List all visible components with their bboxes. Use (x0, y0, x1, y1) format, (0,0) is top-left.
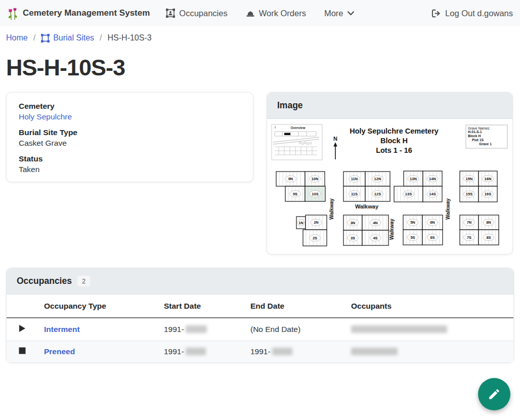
nav-item-work-orders[interactable]: Work Orders (246, 9, 306, 18)
svg-text:15S: 15S (466, 192, 472, 196)
content-row: Cemetery Holy Sepulchre Burial Site Type… (0, 92, 520, 255)
hard-hat-icon (246, 9, 255, 17)
svg-text:Grave 1: Grave 1 (479, 142, 492, 146)
svg-text:16S: 16S (485, 192, 491, 196)
map-lot-14S: 14S (423, 186, 442, 202)
svg-text:1N: 1N (298, 221, 304, 225)
svg-text:7N: 7N (467, 220, 472, 225)
svg-text:13S: 13S (405, 192, 412, 196)
map-north-arrow: N (333, 136, 337, 159)
nav-item-label: Occupancies (179, 9, 227, 18)
edit-fab-button[interactable] (478, 378, 510, 410)
occupancy-row: Preneed1991-1991- (7, 341, 513, 363)
logout-button[interactable]: Log Out d.gowans (431, 9, 513, 18)
occupancy-type-link[interactable]: Interment (44, 325, 80, 333)
svg-text:5N: 5N (410, 220, 415, 225)
svg-text:14N: 14N (429, 177, 436, 181)
svg-text:H-01-S-1: H-01-S-1 (468, 130, 482, 134)
svg-text:2N: 2N (314, 220, 319, 225)
map-lot-8N: 8N (479, 215, 499, 230)
end-date-cell: (No End Date) (244, 318, 345, 341)
field-cemetery: Cemetery Holy Sepulchre (19, 102, 241, 121)
occupants-cell (345, 318, 513, 341)
map-lot-7S: 7S (460, 230, 479, 245)
page-title: HS-H-10S-3 (6, 55, 514, 81)
field-status: Status Taken (19, 154, 241, 174)
navbar: Cemetery Management System Occupancies W… (0, 0, 520, 26)
cemetery-block-map: OverviewNHoly Sepulchre CemeteryBlock HL… (269, 121, 511, 252)
svg-text:7S: 7S (467, 235, 471, 240)
svg-text:Block H: Block H (468, 134, 481, 138)
breadcrumb-burial-sites-link[interactable]: Burial Sites (41, 33, 94, 43)
svg-text:12S: 12S (374, 192, 381, 196)
svg-text:13N: 13N (410, 177, 417, 181)
map-title-line: Block H (380, 137, 408, 145)
occupancy-type-link[interactable]: Preneed (44, 347, 75, 356)
map-lot-12N: 12N (365, 172, 390, 186)
svg-text:11S: 11S (351, 192, 358, 196)
breadcrumb-home-link[interactable]: Home (6, 33, 28, 43)
map-lot-13S: 13S (394, 186, 423, 202)
redacted-text (272, 348, 292, 355)
stop-icon (7, 341, 38, 363)
breadcrumb-separator: / (33, 33, 35, 43)
breadcrumb-burial-sites-label: Burial Sites (53, 33, 94, 43)
map-title-line: Holy Sepulchre Cemetery (350, 127, 439, 135)
field-label: Status (19, 154, 241, 163)
field-label: Burial Site Type (19, 128, 241, 137)
redacted-text (186, 348, 206, 355)
app-brand[interactable]: Cemetery Management System (7, 7, 150, 20)
tulip-logo-icon (7, 7, 18, 20)
column-header-icon (7, 295, 38, 318)
breadcrumb: Home / Burial Sites / HS-H-10S-3 (0, 26, 520, 47)
nav-item-more[interactable]: More (324, 9, 354, 18)
image-card-body: OverviewNHoly Sepulchre CemeteryBlock HL… (267, 119, 512, 254)
map-lot-16N: 16N (479, 171, 497, 186)
logout-icon (431, 9, 441, 18)
breadcrumb-separator: / (100, 33, 102, 43)
svg-text:Overview: Overview (291, 126, 306, 130)
pencil-icon (488, 388, 501, 401)
svg-text:8S: 8S (486, 235, 491, 240)
map-lot-4N: 4N (362, 215, 388, 230)
table-header-row: Occupancy Type Start Date End Date Occup… (7, 295, 513, 318)
map-lot-9N: 9N (276, 172, 305, 186)
svg-text:Grave Names:: Grave Names: (468, 127, 490, 130)
map-lot-14N: 14N (423, 171, 442, 186)
svg-text:12N: 12N (374, 177, 381, 181)
svg-text:8N: 8N (486, 220, 491, 225)
map-lot-10N: 10N (305, 172, 325, 186)
map-lot-9S: 9S (285, 186, 305, 201)
map-lot-7N: 7N (460, 215, 479, 230)
nav-item-occupancies[interactable]: Occupancies (166, 9, 227, 18)
svg-text:4S: 4S (373, 236, 377, 240)
column-header-occupants: Occupants (345, 295, 513, 318)
map-lot-3N: 3N (343, 215, 362, 230)
occupancy-row: Interment1991-(No End Date) (7, 318, 513, 341)
field-burial-site-type: Burial Site Type Casket Grave (19, 128, 241, 148)
occupants-cell (345, 341, 513, 363)
map-lot-2S: 2S (303, 230, 327, 246)
occupancies-icon (166, 9, 175, 18)
svg-text:N: N (333, 136, 337, 142)
map-lot-3S: 3S (343, 230, 362, 245)
chevron-down-icon (348, 11, 354, 16)
occupancy-type-cell: Preneed (38, 341, 158, 363)
map-lot-6S: 6S (422, 230, 443, 245)
map-title-line: Lots 1 - 16 (376, 146, 412, 154)
map-lot-2N: 2N (306, 215, 327, 230)
map-lot-5N: 5N (403, 215, 422, 230)
svg-text:16N: 16N (485, 177, 492, 181)
burial-sites-icon (41, 34, 50, 43)
map-lot-4S: 4S (362, 230, 388, 245)
column-header-occupancy-type: Occupancy Type (38, 295, 158, 318)
status-value: Taken (19, 165, 241, 174)
map-lot-12S: 12S (365, 186, 390, 201)
map-lot-11S: 11S (343, 186, 365, 201)
map-walkway-label: Walkway (389, 219, 395, 240)
cemetery-link[interactable]: Holy Sepulchre (19, 112, 72, 121)
svg-text:15N: 15N (466, 177, 473, 181)
map-walkway-label: Walkway (329, 198, 334, 220)
start-date-cell: 1991- (158, 318, 244, 341)
map-lot-11N: 11N (343, 172, 365, 186)
